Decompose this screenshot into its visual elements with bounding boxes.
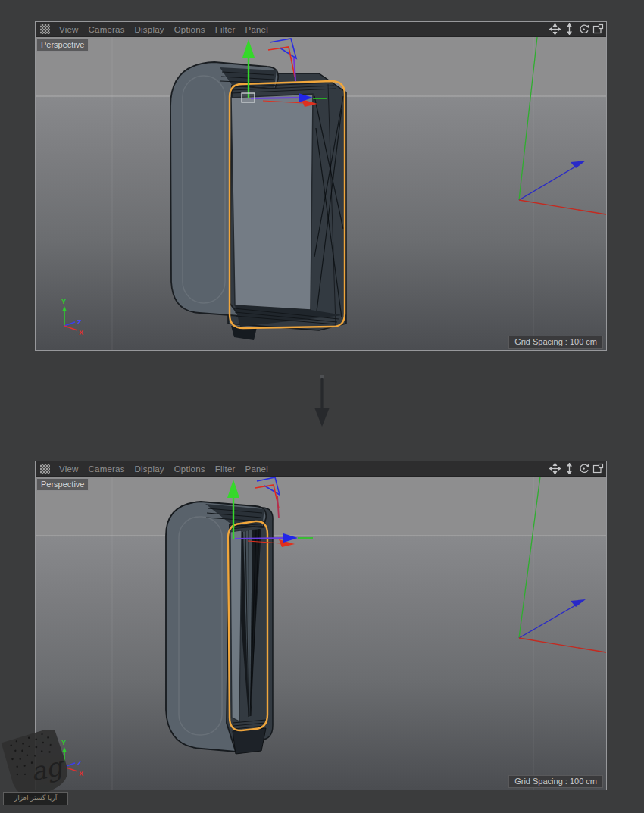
viewport-nav-tools xyxy=(549,23,604,35)
axis-x-label: X xyxy=(79,329,83,336)
axis-z-label: Z xyxy=(77,318,82,326)
menu-cameras[interactable]: Cameras xyxy=(89,23,125,36)
menu-filter[interactable]: Filter xyxy=(215,23,236,36)
axis-x-label: X xyxy=(79,770,83,777)
pan-icon[interactable] xyxy=(549,463,561,474)
toggle-view-icon[interactable] xyxy=(592,463,604,474)
toggle-view-icon[interactable] xyxy=(592,23,604,35)
menu-display[interactable]: Display xyxy=(135,462,164,476)
viewport-menubar: View Cameras Display Options Filter Pane… xyxy=(36,22,606,37)
menu-options[interactable]: Options xyxy=(174,462,205,476)
world-axes xyxy=(519,477,606,652)
viewport-menubar: View Cameras Display Options Filter Pane… xyxy=(36,461,606,477)
menu-panel[interactable]: Panel xyxy=(245,23,268,36)
rotate-icon[interactable] xyxy=(578,23,589,35)
world-axes xyxy=(519,37,606,214)
axis-triad: Y Z X xyxy=(61,739,83,777)
view-mode-label[interactable]: Perspective xyxy=(36,39,89,52)
menu-options[interactable]: Options xyxy=(174,23,205,36)
menu-filter[interactable]: Filter xyxy=(215,462,236,476)
menu-view[interactable]: View xyxy=(59,462,79,476)
menu-cameras[interactable]: Cameras xyxy=(89,462,125,476)
object-3d[interactable] xyxy=(166,502,273,754)
pan-icon[interactable] xyxy=(549,23,561,35)
grid-spacing-status: Grid Spacing : 100 cm xyxy=(508,775,603,788)
axis-y-label: Y xyxy=(61,739,66,746)
viewport-canvas[interactable]: Y Z X Perspective Grid Spacing : 100 cm xyxy=(36,37,606,350)
viewport-menu: View Cameras Display Options Filter Pane… xyxy=(59,23,268,36)
menu-panel[interactable]: Panel xyxy=(245,462,268,476)
viewport-nav-tools xyxy=(549,463,604,474)
scene-3d: Y Z X xyxy=(36,477,606,790)
step-arrow-icon xyxy=(311,371,333,431)
viewport-canvas[interactable]: Y Z X Perspective Grid Spacing : 100 cm xyxy=(36,477,606,790)
menu-view[interactable]: View xyxy=(59,23,79,36)
axis-y-label: Y xyxy=(61,298,66,305)
axis-z-label: Z xyxy=(77,759,82,767)
viewport-menu-grip-icon[interactable] xyxy=(40,24,50,34)
grid-lines xyxy=(36,477,606,790)
scene-3d: Y Z X xyxy=(36,37,606,350)
viewport-panel-top: View Cameras Display Options Filter Pane… xyxy=(35,21,607,351)
object-3d[interactable] xyxy=(170,62,346,340)
viewport-menu-grip-icon[interactable] xyxy=(40,464,50,474)
grid-spacing-status: Grid Spacing : 100 cm xyxy=(508,336,603,349)
watermark-caption: آریا گستر افزار xyxy=(3,792,68,805)
zoom-icon[interactable] xyxy=(564,463,575,474)
zoom-icon[interactable] xyxy=(564,23,575,35)
view-mode-label[interactable]: Perspective xyxy=(36,478,89,491)
rotate-icon[interactable] xyxy=(578,463,589,474)
axis-triad: Y Z X xyxy=(61,298,83,336)
menu-display[interactable]: Display xyxy=(135,23,164,36)
viewport-panel-bottom: View Cameras Display Options Filter Pane… xyxy=(35,461,607,790)
viewport-menu: View Cameras Display Options Filter Pane… xyxy=(59,462,268,476)
